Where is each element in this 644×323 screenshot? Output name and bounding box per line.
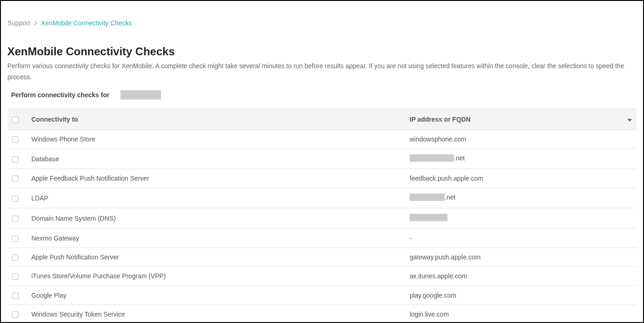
row-connectivity-name: Nexmo Gateway: [27, 229, 405, 247]
row-ip: feedback.push.apple.com: [405, 169, 637, 188]
table-row: LDAP.net: [7, 188, 637, 208]
row-ip: login.live.com: [405, 305, 637, 323]
row-checkbox[interactable]: [12, 273, 18, 280]
header-expand[interactable]: [623, 109, 637, 129]
select-all-checkbox[interactable]: [12, 117, 18, 123]
row-checkbox[interactable]: [12, 195, 18, 202]
page-title: XenMobile Connectivity Checks: [7, 45, 637, 58]
row-checkbox-cell[interactable]: [7, 247, 27, 266]
row-connectivity-name: Database: [27, 149, 405, 169]
header-ip[interactable]: IP address or FQDN: [405, 109, 623, 129]
row-connectivity-name: Windows Phone Store: [27, 129, 405, 148]
header-select-all[interactable]: [7, 109, 27, 129]
row-checkbox-cell[interactable]: [7, 305, 27, 323]
row-connectivity-name: Apple Feedback Push Notification Server: [27, 169, 405, 188]
redacted-ip: [410, 214, 447, 221]
perform-label: Perform connectivity checks for: [7, 91, 109, 99]
row-ip: ax.itunes.apple.com: [405, 267, 637, 286]
row-checkbox-cell[interactable]: [7, 229, 27, 247]
connectivity-table: Connectivity to IP address or FQDN Windo…: [7, 109, 637, 323]
row-checkbox[interactable]: [12, 235, 18, 242]
row-connectivity-name: Windows Security Token Service: [27, 305, 405, 323]
row-ip: play.google.com: [405, 286, 637, 305]
row-ip: .net: [405, 188, 637, 208]
table-row: Nexmo Gateway-: [7, 229, 637, 247]
row-checkbox-cell[interactable]: [7, 208, 27, 229]
table-row: Domain Name System (DNS): [7, 208, 637, 229]
row-checkbox[interactable]: [12, 293, 18, 299]
table-row: Windows Security Token Servicelogin.live…: [7, 305, 637, 323]
breadcrumb-current[interactable]: XenMobile Connectivity Checks: [41, 19, 132, 27]
row-connectivity-name: Apple Push Notification Server: [27, 247, 405, 266]
breadcrumb-separator: >: [34, 19, 37, 27]
perform-row: Perform connectivity checks for: [7, 88, 637, 102]
breadcrumb: Support > XenMobile Connectivity Checks: [7, 8, 637, 27]
row-checkbox[interactable]: [12, 156, 18, 163]
row-checkbox-cell[interactable]: [7, 129, 27, 148]
table-row: iTunes Store/Volume Purchase Program (VP…: [7, 267, 637, 286]
row-checkbox[interactable]: [12, 176, 18, 182]
row-ip: windowsphone.com: [405, 129, 637, 148]
table-row: Database.net: [7, 149, 637, 169]
row-checkbox-cell[interactable]: [7, 149, 27, 169]
table-row: Windows Phone Storewindowsphone.com: [7, 129, 637, 148]
row-connectivity-name: LDAP: [27, 188, 405, 208]
redacted-ip: [410, 154, 454, 162]
header-connectivity[interactable]: Connectivity to: [27, 109, 405, 129]
table-row: Apple Push Notification Servergateway.pu…: [7, 247, 637, 266]
row-checkbox[interactable]: [12, 136, 18, 143]
row-connectivity-name: Google Play: [27, 286, 405, 305]
row-ip: -: [405, 229, 637, 247]
row-checkbox[interactable]: [12, 254, 18, 261]
breadcrumb-parent[interactable]: Support: [7, 19, 30, 27]
chevron-down-icon: [627, 119, 632, 122]
row-checkbox-cell[interactable]: [7, 169, 27, 188]
perform-target-redacted[interactable]: [120, 90, 161, 100]
row-connectivity-name: Domain Name System (DNS): [27, 208, 405, 229]
page-description: Perform various connectivity checks for …: [7, 61, 637, 83]
row-ip: .net: [405, 149, 637, 169]
row-checkbox-cell[interactable]: [7, 188, 27, 208]
table-row: Google Playplay.google.com: [7, 286, 637, 305]
table-row: Apple Feedback Push Notification Serverf…: [7, 169, 637, 188]
row-ip: gateway.push.apple.com: [405, 247, 637, 266]
row-checkbox[interactable]: [12, 311, 18, 318]
row-checkbox-cell[interactable]: [7, 286, 27, 305]
row-checkbox[interactable]: [12, 216, 18, 222]
redacted-ip: [410, 194, 445, 201]
row-ip: [405, 208, 637, 229]
row-connectivity-name: iTunes Store/Volume Purchase Program (VP…: [27, 267, 405, 286]
row-checkbox-cell[interactable]: [7, 267, 27, 286]
ip-suffix: .net: [454, 154, 465, 162]
ip-suffix: .net: [445, 194, 455, 201]
